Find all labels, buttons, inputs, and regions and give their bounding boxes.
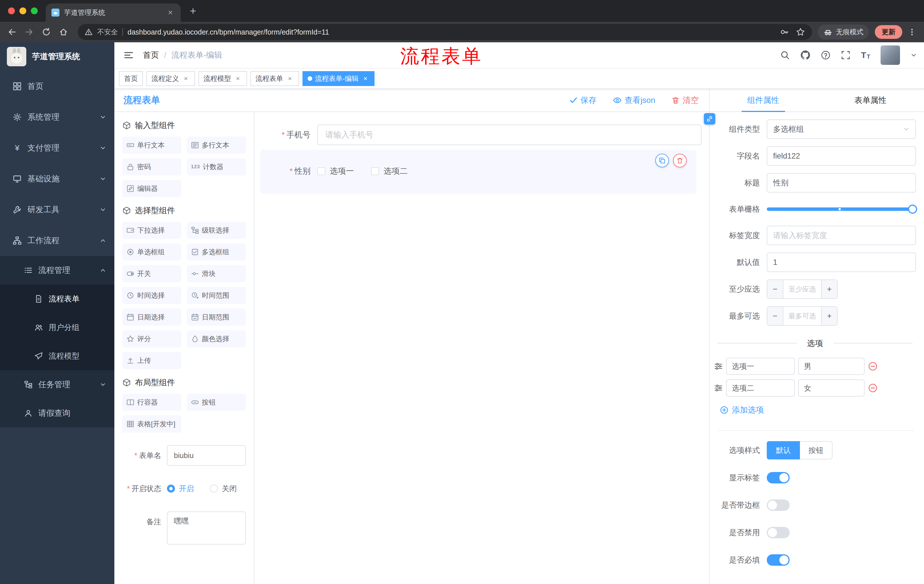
component-button[interactable]: 按钮 bbox=[187, 394, 246, 411]
search-icon[interactable] bbox=[780, 50, 790, 60]
tag-close-icon[interactable]: × bbox=[234, 74, 242, 82]
home-button[interactable] bbox=[55, 24, 72, 40]
style-default-button[interactable]: 默认 bbox=[767, 441, 800, 459]
fullscreen-icon[interactable] bbox=[841, 50, 851, 60]
window-close-button[interactable] bbox=[8, 7, 15, 14]
status-off-radio[interactable]: 关闭 bbox=[210, 484, 237, 494]
avatar-caret-icon[interactable] bbox=[910, 52, 917, 59]
bookmark-star-icon[interactable] bbox=[796, 28, 805, 36]
title-input[interactable]: 性别 bbox=[767, 173, 916, 192]
show-label-switch[interactable] bbox=[767, 472, 790, 484]
drag-handle-icon[interactable] bbox=[714, 384, 723, 392]
sidebar-item-payment[interactable]: ¥ 支付管理 bbox=[0, 133, 114, 163]
decrease-button[interactable]: − bbox=[767, 307, 783, 325]
copy-widget-button[interactable] bbox=[655, 154, 669, 168]
component-row-container[interactable]: 行容器 bbox=[122, 394, 181, 411]
component-upload[interactable]: 上传 bbox=[122, 352, 181, 369]
option-value-input[interactable]: 男 bbox=[798, 358, 865, 375]
tag-process-form[interactable]: 流程表单× bbox=[251, 71, 299, 86]
phone-input[interactable]: 请输入手机号 bbox=[317, 125, 701, 145]
tag-close-icon[interactable]: × bbox=[286, 74, 294, 82]
user-avatar[interactable] bbox=[881, 45, 900, 65]
add-option-button[interactable]: 添加选项 bbox=[720, 405, 916, 415]
window-zoom-button[interactable] bbox=[31, 7, 38, 14]
component-slider[interactable]: 滑块 bbox=[187, 265, 246, 282]
drag-handle-icon[interactable] bbox=[714, 362, 723, 370]
reload-button[interactable] bbox=[38, 24, 55, 40]
component-color-picker[interactable]: 颜色选择 bbox=[187, 330, 246, 347]
component-textarea[interactable]: 多行文本 bbox=[187, 137, 246, 154]
gender-widget-selected[interactable]: *性别 选项一 选项二 bbox=[260, 150, 696, 194]
url-text[interactable]: dashboard.yudao.iocoder.cn/bpm/manager/f… bbox=[127, 28, 776, 36]
checkbox-icon[interactable] bbox=[371, 167, 379, 175]
tag-process-form-edit[interactable]: 流程表单-编辑× bbox=[302, 71, 375, 86]
remove-option-button[interactable] bbox=[868, 383, 878, 393]
field-name-input[interactable]: field122 bbox=[767, 146, 916, 166]
style-button-button[interactable]: 按钮 bbox=[800, 441, 833, 459]
delete-widget-button[interactable] bbox=[673, 154, 687, 168]
browser-menu-icon[interactable] bbox=[906, 28, 918, 36]
max-select-stepper[interactable]: − 最多可选 + bbox=[767, 306, 838, 326]
address-bar[interactable]: 不安全 dashboard.yudao.iocoder.cn/bpm/manag… bbox=[78, 24, 812, 40]
tag-process-definition[interactable]: 流程定义× bbox=[146, 71, 195, 86]
component-single-line-text[interactable]: 单行文本 bbox=[122, 137, 181, 154]
max-select-value[interactable]: 最多可选 bbox=[783, 307, 821, 325]
slider-handle[interactable] bbox=[908, 204, 917, 214]
browser-update-button[interactable]: 更新 bbox=[875, 25, 902, 39]
component-switch[interactable]: 开关 bbox=[122, 265, 181, 282]
sidebar-item-leave-query[interactable]: 请假查询 bbox=[0, 399, 114, 428]
component-table[interactable]: 表格[开发中] bbox=[122, 415, 181, 433]
component-type-select[interactable]: 多选框组 bbox=[767, 119, 916, 139]
tab-close-icon[interactable]: × bbox=[166, 8, 175, 17]
option-value-input[interactable]: 女 bbox=[798, 380, 865, 396]
component-time-picker[interactable]: 时间选择 bbox=[122, 287, 181, 304]
sidebar-item-system[interactable]: 系统管理 bbox=[0, 102, 114, 133]
form-canvas[interactable]: *手机号 请输入手机号 *性别 选项一 选项二 bbox=[254, 112, 709, 584]
component-password[interactable]: 密码 bbox=[122, 158, 181, 175]
min-select-value[interactable]: 至少应选 bbox=[783, 280, 821, 298]
label-width-input[interactable]: 请输入标签宽度 bbox=[767, 226, 916, 245]
default-value-input[interactable]: 1 bbox=[767, 253, 916, 272]
password-key-icon[interactable] bbox=[780, 28, 789, 36]
component-rate[interactable]: 评分 bbox=[122, 330, 181, 347]
border-switch[interactable] bbox=[767, 499, 790, 511]
window-minimize-button[interactable] bbox=[20, 7, 26, 14]
sidebar-item-infrastructure[interactable]: 基础设施 bbox=[0, 163, 114, 194]
tag-close-icon[interactable]: × bbox=[361, 74, 370, 82]
new-tab-button[interactable]: + bbox=[190, 3, 196, 18]
remove-option-button[interactable] bbox=[868, 362, 878, 371]
component-checkbox-group[interactable]: 多选框组 bbox=[187, 243, 246, 261]
font-size-icon[interactable]: TT bbox=[861, 50, 870, 60]
sidebar-item-user-group[interactable]: 用户分组 bbox=[0, 313, 114, 342]
form-remark-textarea[interactable]: 嘿嘿 bbox=[167, 512, 246, 545]
tag-home[interactable]: 首页 bbox=[119, 71, 143, 86]
help-icon[interactable] bbox=[821, 50, 830, 60]
increase-button[interactable]: + bbox=[821, 307, 837, 325]
phone-field-row[interactable]: *手机号 请输入手机号 bbox=[260, 125, 701, 145]
checkbox-icon[interactable] bbox=[317, 167, 325, 175]
component-time-range[interactable]: 时间范围 bbox=[187, 287, 246, 304]
sidebar-collapse-button[interactable] bbox=[124, 50, 134, 60]
option-label-input[interactable]: 选项一 bbox=[726, 358, 795, 375]
slider-track[interactable] bbox=[767, 207, 916, 211]
component-date-picker[interactable]: 日期选择 bbox=[122, 309, 181, 326]
decrease-button[interactable]: − bbox=[767, 280, 783, 298]
sidebar-item-process-model[interactable]: 流程模型 bbox=[0, 342, 114, 370]
back-button[interactable] bbox=[3, 24, 21, 40]
sidebar-item-workflow[interactable]: 工作流程 bbox=[0, 225, 114, 256]
form-name-input[interactable]: biubiu bbox=[167, 445, 246, 466]
tab-form-props[interactable]: 表单属性 bbox=[817, 89, 924, 112]
option-label-input[interactable]: 选项二 bbox=[726, 380, 795, 396]
status-on-radio[interactable]: 开启 bbox=[167, 484, 194, 494]
required-switch[interactable] bbox=[767, 554, 790, 566]
view-json-button[interactable]: 查看json bbox=[613, 95, 655, 106]
link-anchor-button[interactable] bbox=[704, 113, 715, 125]
github-icon[interactable] bbox=[800, 50, 810, 60]
sidebar-item-process-management[interactable]: 流程管理 bbox=[0, 256, 114, 285]
clear-button[interactable]: 清空 bbox=[671, 95, 699, 106]
tab-component-props[interactable]: 组件属性 bbox=[710, 89, 817, 112]
tag-close-icon[interactable]: × bbox=[182, 74, 190, 82]
component-cascader[interactable]: 级联选择 bbox=[187, 222, 246, 239]
save-button[interactable]: 保存 bbox=[569, 95, 597, 106]
gender-option-2[interactable]: 选项二 bbox=[371, 166, 408, 176]
